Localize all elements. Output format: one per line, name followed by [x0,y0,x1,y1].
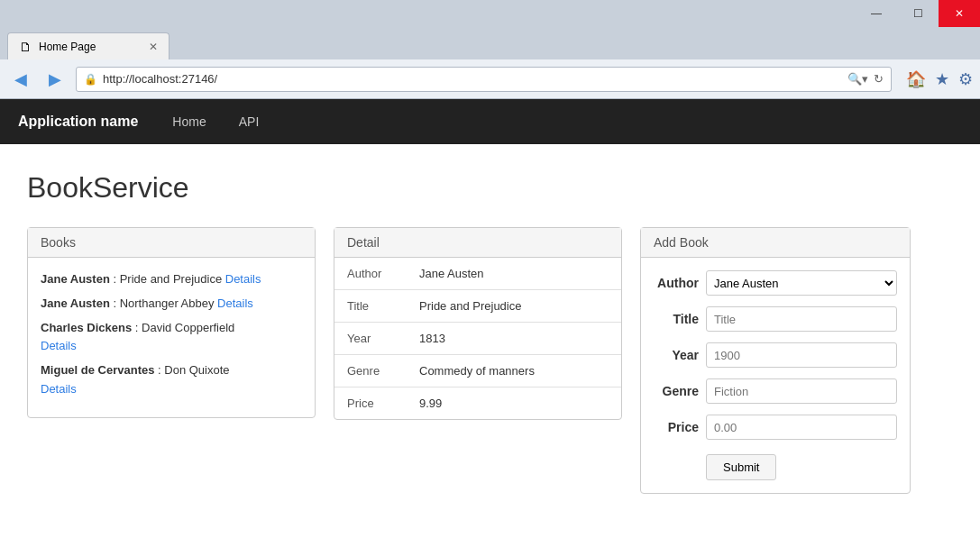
page-content: BookService Books Jane Austen : Pride an… [0,144,980,547]
url-text: http://localhost:27146/ [103,72,842,86]
page-title: BookService [27,171,953,205]
author-select[interactable]: Jane Austen Charles Dickens Miguel de Ce… [706,270,897,296]
home-icon[interactable]: 🏠 [906,69,926,89]
tab-bar: 🗋 Home Page ✕ [0,27,980,59]
table-row: Author Jane Austen [334,258,621,290]
book-details-link[interactable]: Details [225,272,261,286]
field-label: Genre [334,355,407,387]
browser-window: — ☐ ✕ 🗋 Home Page ✕ ◀ ▶ 🔒 http://localho… [0,0,980,547]
table-row: Title Pride and Prejudice [334,290,621,323]
book-title: : David Copperfield [135,321,235,334]
title-bar: — ☐ ✕ [0,0,980,27]
title-input[interactable] [706,306,897,332]
add-book-form: Author Jane Austen Charles Dickens Migue… [641,258,910,493]
detail-table: Author Jane Austen Title Pride and Preju… [334,258,621,419]
table-row: Genre Commedy of manners [334,355,621,387]
nav-home[interactable]: Home [165,111,213,132]
app-navbar: Application name Home API [0,99,980,144]
year-input[interactable] [706,342,897,368]
refresh-button[interactable]: ↻ [874,72,884,86]
books-panel-body: Jane Austen : Pride and Prejudice Detail… [28,258,315,417]
price-label: Price [654,420,699,434]
title-label: Title [654,312,699,326]
nav-api[interactable]: API [232,111,267,132]
field-label: Author [334,258,407,290]
book-author: Miguel de Cervantes [41,363,154,377]
list-item: Miguel de Cervantes : Don Quixote Detail… [41,361,302,399]
search-button[interactable]: 🔍▾ [847,72,868,86]
url-bar[interactable]: 🔒 http://localhost:27146/ 🔍▾ ↻ [76,67,892,92]
author-row: Author Jane Austen Charles Dickens Migue… [654,270,897,296]
add-book-panel: Add Book Author Jane Austen Charles Dick… [640,227,911,494]
maximize-button[interactable]: ☐ [897,0,939,27]
detail-panel: Detail Author Jane Austen Title Pride an… [334,227,622,420]
book-author: Jane Austen [41,296,110,310]
field-label: Year [334,323,407,355]
genre-input[interactable] [706,378,897,404]
price-input[interactable] [706,415,897,440]
field-value: 1813 [407,323,621,355]
detail-panel-header: Detail [334,228,621,258]
book-title: : Don Quixote [158,363,230,377]
field-value: Pride and Prejudice [407,290,621,323]
field-value: Jane Austen [407,258,621,290]
field-value: 9.99 [407,387,621,420]
book-author: Charles Dickens [41,321,132,334]
tab-close-button[interactable]: ✕ [149,41,158,53]
settings-icon[interactable]: ⚙ [958,69,973,89]
field-label: Title [334,290,407,323]
title-row: Title [654,306,897,332]
book-title: : Pride and Prejudice [113,272,224,286]
table-row: Year 1813 [334,323,621,355]
tab-label: Home Page [39,41,96,53]
book-details-link[interactable]: Details [41,382,77,396]
window-controls: — ☐ ✕ [856,0,980,27]
toolbar-icons: 🏠 ★ ⚙ [906,69,973,89]
books-panel: Books Jane Austen : Pride and Prejudice … [27,227,316,418]
year-row: Year [654,342,897,368]
book-title: : Northanger Abbey [113,296,217,310]
book-author: Jane Austen [41,272,110,286]
book-details-link[interactable]: Details [217,296,253,310]
forward-button[interactable]: ▶ [41,67,69,92]
lock-icon: 🔒 [84,73,97,86]
address-bar: ◀ ▶ 🔒 http://localhost:27146/ 🔍▾ ↻ 🏠 ★ ⚙ [0,59,980,99]
browser-tab[interactable]: 🗋 Home Page ✕ [7,32,169,59]
year-label: Year [654,348,699,362]
add-book-panel-header: Add Book [641,228,910,258]
genre-row: Genre [654,378,897,404]
submit-button[interactable]: Submit [706,454,776,480]
genre-label: Genre [654,384,699,398]
minimize-button[interactable]: — [856,0,897,27]
author-label: Author [654,276,699,290]
list-item: Charles Dickens : David Copperfield Deta… [41,319,302,357]
back-button[interactable]: ◀ [7,67,34,92]
favorites-icon[interactable]: ★ [935,69,949,89]
app-brand: Application name [18,114,138,130]
close-button[interactable]: ✕ [939,0,980,27]
field-value: Commedy of manners [407,355,621,387]
book-details-link[interactable]: Details [41,339,77,352]
tab-favicon: 🗋 [19,40,32,54]
field-label: Price [334,387,407,420]
list-item: Jane Austen : Pride and Prejudice Detail… [41,270,302,289]
panels: Books Jane Austen : Pride and Prejudice … [27,227,953,494]
price-row: Price [654,415,897,440]
books-panel-header: Books [28,228,315,258]
table-row: Price 9.99 [334,387,621,420]
list-item: Jane Austen : Northanger Abbey Details [41,295,302,314]
